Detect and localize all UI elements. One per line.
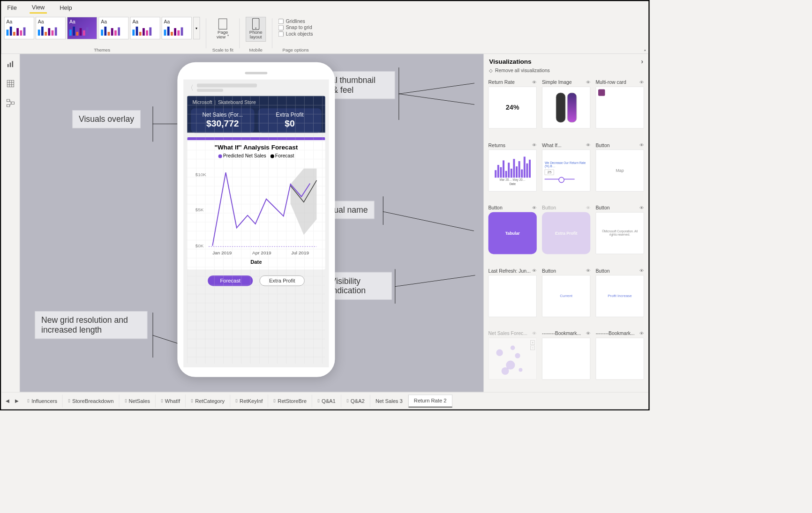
viz-thumb[interactable]: [542, 87, 590, 129]
viz-thumb[interactable]: [595, 87, 644, 129]
phone-icon: ▯: [273, 398, 276, 403]
page-tab[interactable]: ▯Q&A2: [341, 394, 370, 407]
eraser-icon: ◇: [489, 68, 493, 74]
menu-help[interactable]: Help: [58, 3, 75, 13]
remove-all-visualizations[interactable]: ◇ Remove all visualizations: [484, 67, 648, 76]
viz-item-10[interactable]: Button👁Current: [542, 268, 590, 326]
viz-item-6[interactable]: Button👁Tabular: [489, 205, 537, 263]
viz-thumb[interactable]: Map: [595, 149, 644, 192]
viz-item-7[interactable]: Button👁Extra Profit: [542, 205, 590, 263]
viz-item-12[interactable]: Net Sales Forec...👁+−: [489, 331, 537, 389]
viz-item-11[interactable]: Button👁Profit Increase: [595, 268, 644, 326]
opt-gridlines[interactable]: Gridlines: [278, 18, 313, 24]
menu-view[interactable]: View: [30, 2, 47, 13]
theme-thumb-4[interactable]: Aa: [98, 17, 128, 39]
theme-thumb-3[interactable]: Aa: [67, 17, 97, 39]
viz-thumb[interactable]: Profit Increase: [595, 275, 644, 317]
tabs-scroll-right[interactable]: ▶: [12, 396, 21, 405]
viz-item-0[interactable]: Return Rate👁24%: [489, 80, 537, 138]
pill-extra-profit[interactable]: Extra Profit: [260, 275, 305, 286]
viz-item-2[interactable]: Multi-row card👁: [595, 80, 644, 138]
kpi-extra-profit[interactable]: Extra Profit $0: [258, 108, 321, 133]
rail-report-icon[interactable]: [6, 59, 15, 69]
expand-icon[interactable]: ›: [641, 58, 643, 66]
page-tab[interactable]: ▯Q&A1: [312, 394, 341, 407]
viz-item-name: Net Sales Forec...: [489, 331, 527, 336]
page-tab[interactable]: ▯RetKeyInf: [230, 394, 268, 407]
canvas-area[interactable]: Visuals overlay New grid resolution and …: [20, 54, 483, 392]
page-tab[interactable]: ▯RetCategory: [186, 394, 230, 407]
eye-icon[interactable]: 👁: [586, 80, 591, 85]
eye-icon[interactable]: 👁: [639, 331, 644, 336]
svg-text:$5K: $5K: [195, 207, 204, 212]
tab-label: Net Sales 3: [376, 398, 403, 404]
viz-item-9[interactable]: Last Refresh: Jun...👁: [489, 268, 537, 326]
phone-pills: Forecast Extra Profit: [183, 269, 329, 292]
tabs-scroll-left[interactable]: ◀: [3, 396, 12, 405]
viz-thumb[interactable]: Tabular: [489, 212, 537, 254]
viz-item-5[interactable]: Button👁Map: [595, 142, 644, 201]
eye-icon[interactable]: 👁: [586, 142, 591, 148]
tab-label: RetKeyInf: [240, 398, 263, 404]
phone-layout-button[interactable]: Phone layout: [246, 17, 266, 42]
viz-item-14[interactable]: --------Bookmark...👁: [595, 331, 644, 389]
viz-item-8[interactable]: Button👁©Microsoft Corporation. All right…: [595, 205, 644, 263]
viz-thumb[interactable]: ©Microsoft Corporation. All rights reser…: [595, 212, 644, 254]
viz-thumb[interactable]: Current: [542, 275, 590, 317]
eye-icon[interactable]: 👁: [639, 205, 644, 210]
page-tab[interactable]: Net Sales 3: [370, 394, 408, 407]
rail-model-icon[interactable]: [6, 98, 15, 108]
viz-thumb[interactable]: [595, 338, 644, 380]
eye-icon[interactable]: 👁: [532, 268, 537, 273]
viz-thumb[interactable]: +−: [489, 338, 537, 380]
viz-thumb[interactable]: We Decrease Our Return Rate (%) B…25: [542, 149, 590, 192]
viz-item-13[interactable]: --------Bookmark...👁: [542, 331, 590, 389]
page-tab[interactable]: ▯NetSales: [119, 394, 155, 407]
eye-icon[interactable]: 👁: [586, 331, 591, 336]
theme-thumb-6[interactable]: Aa: [162, 17, 192, 39]
opt-snap[interactable]: Snap to grid: [278, 25, 313, 30]
eye-icon[interactable]: 👁: [532, 331, 537, 336]
rail-data-icon[interactable]: [6, 79, 15, 89]
back-arrow-icon[interactable]: 〈: [187, 83, 194, 92]
theme-thumb-2[interactable]: Aa: [36, 17, 66, 39]
theme-thumb-5[interactable]: Aa: [130, 17, 160, 39]
viz-thumb[interactable]: 24%: [489, 87, 537, 129]
viz-thumb[interactable]: [489, 275, 537, 317]
svg-line-14: [9, 100, 11, 103]
ribbon-group-mobile: Phone layout Mobile: [246, 17, 266, 53]
page-view-button[interactable]: Page view ˅: [213, 17, 233, 42]
page-tab[interactable]: Return Rate 2: [408, 394, 452, 407]
viz-thumb[interactable]: Mar 20… May 20…Date: [489, 149, 537, 192]
eye-icon[interactable]: 👁: [639, 80, 644, 85]
eye-icon[interactable]: 👁: [586, 205, 591, 210]
page-tab[interactable]: ▯StoreBreackdown: [63, 394, 119, 407]
phone-header: 〈: [183, 80, 329, 96]
kpi-net-sales[interactable]: Net Sales (For... $30,772: [191, 108, 254, 133]
ribbon-divider-1: [206, 18, 206, 48]
page-tab[interactable]: ▯Influencers: [22, 394, 63, 407]
page-tab[interactable]: ▯RetStoreBre: [268, 394, 312, 407]
eye-icon[interactable]: 👁: [532, 80, 537, 85]
menu-file[interactable]: File: [5, 3, 19, 13]
eye-icon[interactable]: 👁: [639, 268, 644, 273]
viz-item-3[interactable]: Returns👁Mar 20… May 20…Date: [489, 142, 537, 201]
svg-text:Jul 2019: Jul 2019: [291, 250, 309, 255]
viz-thumb[interactable]: Extra Profit: [542, 212, 590, 254]
eye-icon[interactable]: 👁: [586, 268, 591, 273]
chart-card[interactable]: "What If" Analysis Forecast Predicted Ne…: [187, 137, 325, 269]
theme-thumb-1[interactable]: Aa: [4, 17, 34, 39]
eye-icon[interactable]: 👁: [532, 142, 537, 148]
callout-visuals-overlay: Visuals overlay: [72, 110, 140, 128]
viz-item-4[interactable]: What If...👁We Decrease Our Return Rate (…: [542, 142, 590, 201]
page-tab[interactable]: ▯WhatIf: [156, 394, 186, 407]
pill-forecast[interactable]: Forecast: [208, 275, 253, 286]
viz-thumb[interactable]: [542, 338, 590, 380]
viz-item-1[interactable]: Simple Image👁: [542, 80, 590, 138]
tab-label: WhatIf: [165, 398, 180, 404]
eye-icon[interactable]: 👁: [532, 205, 537, 210]
themes-dropdown[interactable]: ▾: [193, 17, 200, 39]
eye-icon[interactable]: 👁: [639, 142, 644, 148]
mobile-group-label: Mobile: [249, 48, 262, 54]
opt-lock[interactable]: Lock objects: [278, 31, 313, 37]
